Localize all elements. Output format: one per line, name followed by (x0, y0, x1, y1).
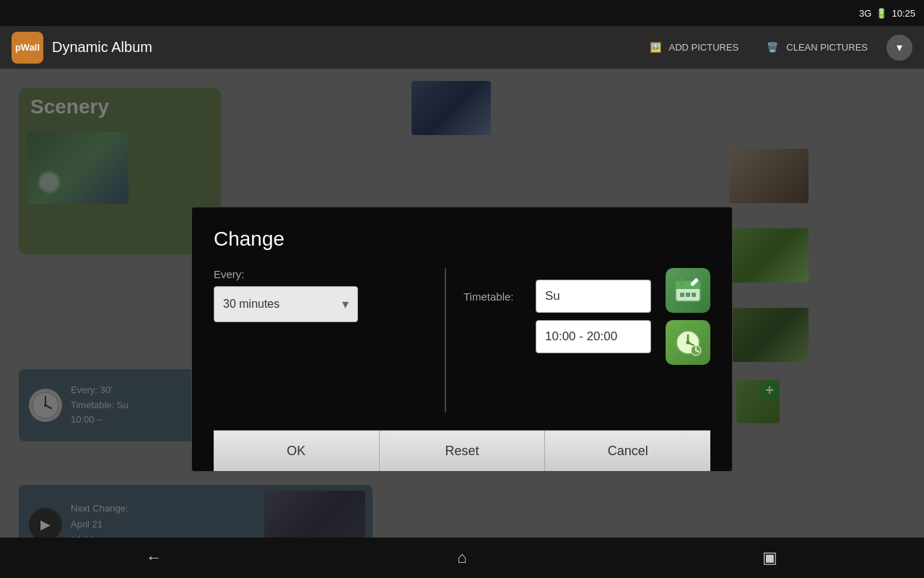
svg-rect-9 (680, 293, 684, 297)
calendar-button[interactable] (666, 268, 710, 313)
dialog-title: Change (214, 228, 710, 251)
every-dropdown[interactable]: 30 minutes ▾ (214, 286, 358, 322)
top-bar: pWall Dynamic Album 🖼️ ADD PICTURES 🗑️ C… (0, 26, 924, 69)
dialog-divider (445, 268, 446, 413)
add-pictures-button[interactable]: 🖼️ ADD PICTURES (640, 35, 746, 60)
dropdown-button[interactable]: ▾ (886, 35, 912, 61)
timetable-time-input[interactable]: 10:00 - 20:00 (536, 320, 651, 353)
clock-button[interactable] (666, 320, 710, 365)
dialog-body: Every: 30 minutes ▾ Timetable: (214, 268, 710, 413)
timetable-day-row: Timetable: Su 10:00 - 20:00 (463, 268, 710, 365)
app-logo: pWall (12, 32, 43, 64)
back-icon: ← (146, 548, 162, 567)
timetable-icon-buttons (666, 268, 710, 365)
change-dialog: Change Every: 30 minutes ▾ Timeta (191, 207, 733, 472)
clean-pictures-icon: 🗑️ (764, 40, 780, 56)
status-bar: 3G 🔋 10:25 (0, 0, 924, 26)
cancel-button[interactable]: Cancel (545, 431, 710, 471)
back-button[interactable]: ← (132, 543, 175, 572)
svg-point-17 (687, 341, 690, 345)
timetable-section: Timetable: Su 10:00 - 20:00 (463, 268, 710, 365)
signal-text: 3G (859, 8, 871, 19)
home-icon: ⌂ (457, 548, 466, 567)
recents-button[interactable]: ▣ (749, 543, 792, 572)
ok-button[interactable]: OK (214, 431, 380, 471)
top-actions: 🖼️ ADD PICTURES 🗑️ CLEAN PICTURES ▾ (640, 35, 913, 61)
timetable-fields: Timetable: Su 10:00 - 20:00 (463, 280, 651, 353)
battery-icon: 🔋 (876, 8, 887, 19)
svg-rect-10 (686, 293, 690, 297)
reset-button[interactable]: Reset (380, 431, 546, 471)
dropdown-arrow-icon: ▾ (342, 296, 349, 312)
add-pictures-icon: 🖼️ (648, 40, 663, 56)
time-text: 10:25 (892, 8, 915, 19)
nav-bar: ← ⌂ ▣ (0, 538, 924, 578)
svg-rect-6 (676, 287, 700, 289)
every-label: Every: (214, 268, 413, 280)
timetable-label: Timetable: (463, 290, 528, 303)
app-title: Dynamic Album (52, 39, 640, 56)
recents-icon: ▣ (762, 548, 777, 567)
dialog-left: Every: 30 minutes ▾ (214, 268, 427, 413)
main-content: + Scenery Every: 30' Timetable: Su 10:00… (0, 69, 924, 538)
dialog-right: Timetable: Su 10:00 - 20:00 (463, 268, 710, 413)
clean-pictures-button[interactable]: 🗑️ CLEAN PICTURES (757, 35, 875, 60)
home-button[interactable]: ⌂ (440, 543, 484, 572)
dialog-buttons: OK Reset Cancel (214, 430, 710, 471)
timetable-day-input[interactable]: Su (536, 280, 651, 313)
svg-rect-11 (692, 293, 696, 297)
